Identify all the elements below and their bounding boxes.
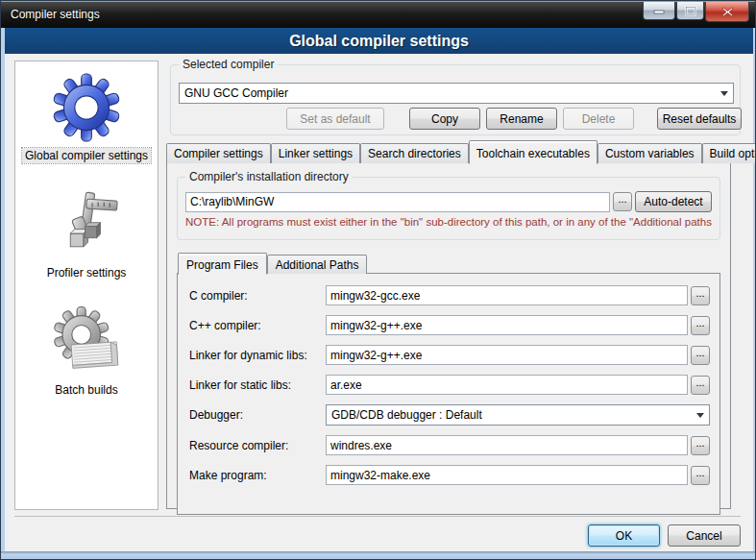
window-title: Compiler settings [11,8,100,21]
install-dir-input[interactable] [185,192,610,212]
sidebar-item-label: Batch builds [52,382,120,398]
compiler-tabs: Compiler settings Linker settings Search… [166,142,743,163]
static-linker-row: Linker for static libs: ... [189,375,710,395]
tab-toolchain-executables[interactable]: Toolchain executables [469,140,597,164]
minimize-icon [653,6,665,15]
tab-compiler-settings[interactable]: Compiler settings [166,143,271,163]
resource-compiler-row: Resource compiler: ... [189,435,710,455]
window-titlebar: Compiler settings [1,1,756,28]
caliper-icon [50,188,123,261]
autodetect-button[interactable]: Auto-detect [635,191,712,212]
copy-button[interactable]: Copy [409,108,480,130]
tab-build-options[interactable]: Build options [702,143,756,163]
compiler-select[interactable]: GNU GCC Compiler [179,83,734,104]
compiler-settings-window: Compiler settings Global compiler settin… [0,0,756,560]
dynamic-linker-browse-button[interactable]: ... [691,346,710,365]
sidebar-item-batch-builds[interactable]: Batch builds [50,305,123,398]
c-compiler-browse-button[interactable]: ... [691,286,710,305]
dialog-client-area: Global compiler settings [5,28,753,551]
make-program-label: Make program: [189,469,326,482]
cpp-compiler-row: C++ compiler: ... [189,315,710,335]
sidebar-item-label: Global compiler settings [22,148,151,163]
tab-linker-settings[interactable]: Linker settings [271,143,360,163]
install-dir-note: NOTE: All programs must exist either in … [185,216,712,228]
toolchain-executables-page: Compiler's installation directory ... Au… [166,162,731,509]
install-dir-group: Compiler's installation directory ... Au… [177,177,720,240]
static-linker-browse-button[interactable]: ... [691,376,710,395]
blue-gear-icon [50,71,123,144]
cpp-compiler-label: C++ compiler: [189,319,326,332]
delete-button[interactable]: Delete [563,108,634,130]
compiler-select-value: GNU GCC Compiler [184,86,288,100]
c-compiler-row: C compiler: ... [189,285,710,305]
static-linker-label: Linker for static libs: [189,378,326,392]
reset-defaults-button[interactable]: Reset defaults [657,108,742,130]
sidebar-item-profiler-settings[interactable]: Profiler settings [44,188,130,280]
tab-custom-variables[interactable]: Custom variables [597,143,702,163]
subtab-program-files[interactable]: Program Files [178,253,267,275]
maximize-icon [685,6,696,16]
debugger-select[interactable]: GDB/CDB debugger : Default [326,404,710,426]
sidebar-item-label: Profiler settings [44,265,130,280]
tab-search-directories[interactable]: Search directories [360,143,469,163]
install-dir-browse-button[interactable]: ... [613,192,632,211]
close-icon [721,7,734,17]
debugger-label: Debugger: [189,408,326,422]
settings-category-sidebar: Global compiler settings [14,61,159,510]
make-program-input[interactable] [326,465,688,485]
debugger-select-value: GDB/CDB debugger : Default [331,408,482,422]
install-dir-group-label: Compiler's installation directory [185,170,353,183]
maximize-button[interactable] [676,2,704,20]
make-program-browse-button[interactable]: ... [691,466,710,485]
chevron-down-icon [693,406,708,424]
minimize-button[interactable] [643,2,675,20]
set-as-default-button[interactable]: Set as default [286,108,384,130]
close-button[interactable] [705,2,749,22]
static-linker-input[interactable] [326,375,688,395]
programs-subtabs: Program Files Additional Paths [178,254,720,274]
resource-compiler-label: Resource compiler: [189,439,326,452]
resource-compiler-browse-button[interactable]: ... [691,436,710,455]
dynamic-linker-label: Linker for dynamic libs: [189,349,326,362]
cancel-button[interactable]: Cancel [668,524,741,547]
page-title: Global compiler settings [5,28,753,54]
sidebar-item-global-compiler-settings[interactable]: Global compiler settings [22,71,151,163]
caption-buttons [642,2,749,22]
ok-button[interactable]: OK [588,524,660,547]
cpp-compiler-input[interactable] [326,315,688,335]
subtab-additional-paths[interactable]: Additional Paths [267,255,368,274]
cpp-compiler-browse-button[interactable]: ... [691,316,710,335]
chevron-down-icon [717,85,732,102]
rename-button[interactable]: Rename [486,108,557,130]
selected-compiler-group-label: Selected compiler [179,58,278,71]
window-frame-bottom [1,551,756,560]
gray-gear-papers-icon [50,305,123,378]
dynamic-linker-row: Linker for dynamic libs: ... [189,345,710,365]
make-program-row: Make program: ... [189,465,710,485]
resource-compiler-input[interactable] [326,435,688,455]
dynamic-linker-input[interactable] [326,345,688,365]
selected-compiler-group: Selected compiler GNU GCC Compiler Set a… [170,64,741,135]
programs-notebook: Program Files Additional Paths C compile… [177,254,720,515]
program-files-page: C compiler: ... C++ compiler: ... [177,273,720,515]
c-compiler-input[interactable] [326,285,688,305]
c-compiler-label: C compiler: [189,289,326,303]
debugger-row: Debugger: GDB/CDB debugger : Default [189,404,710,426]
bottom-separator [14,516,741,517]
